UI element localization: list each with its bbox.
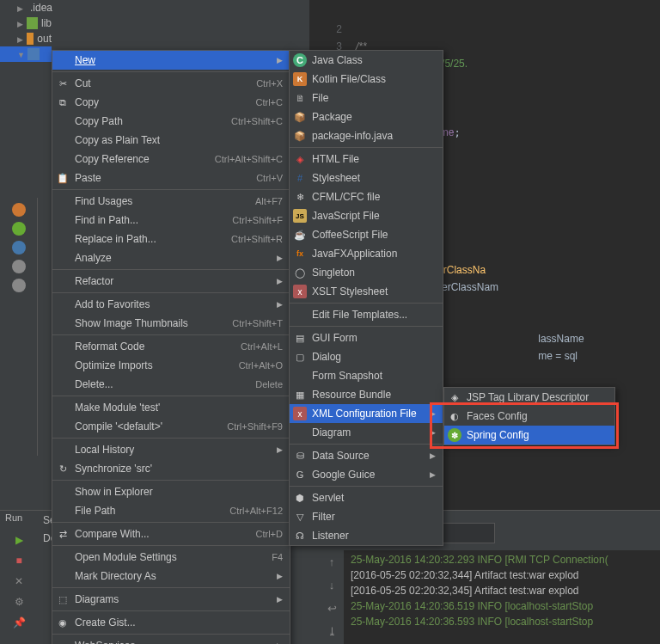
up-icon[interactable]: ↑ [329,555,335,568]
menu-add-favorites[interactable]: Add to Favorites▶ [52,295,290,314]
menu-mark-directory[interactable]: Mark Directory As▶ [52,567,290,586]
chevron-right-icon: ▶ [17,4,23,11]
close-icon[interactable]: ✕ [11,573,27,589]
gutter-icon[interactable] [12,241,26,255]
dialog-icon: ▢ [293,350,307,364]
menu-cut[interactable]: ✂CutCtrl+X [52,74,290,93]
pin-icon[interactable]: 📌 [11,615,27,630]
new-cfml[interactable]: ❄CFML/CFC file [290,187,443,206]
new-resource-bundle[interactable]: ▦Resource Bundle [290,385,443,404]
tree-item-idea[interactable]: ▶ .idea [0,0,52,15]
settings-icon[interactable]: ⚙ [11,594,27,610]
chevron-down-icon: ▼ [17,51,24,58]
menu-show-explorer[interactable]: Show in Explorer [52,482,290,501]
new-gui-form[interactable]: ▤GUI Form [290,328,443,347]
new-filter[interactable]: ▽Filter [290,507,443,526]
log-line: 25-May-2016 14:20:36.593 INFO [localhost… [344,614,660,629]
menu-paste[interactable]: 📋PasteCtrl+V [52,169,290,187]
menu-find-in-path[interactable]: Find in Path...Ctrl+Shift+F [52,211,290,230]
menu-compile[interactable]: Compile '<default>'Ctrl+Shift+F9 [52,417,290,436]
menu-thumbnails[interactable]: Show Image ThumbnailsCtrl+Shift+T [52,314,290,333]
css-icon: # [293,171,307,185]
tree-item-selected[interactable]: ▼ [0,46,52,62]
chevron-right-icon: ▶ [277,254,283,262]
wrap-icon[interactable]: ↩ [327,602,337,615]
new-javafx[interactable]: fxJavaFXApplication [290,244,443,263]
new-dialog[interactable]: ▢Dialog [290,347,443,366]
new-kotlin[interactable]: KKotlin File/Class [290,70,443,89]
copy-icon: ⧉ [56,95,70,109]
new-coffeescript[interactable]: ☕CoffeeScript File [290,225,443,244]
new-package-info[interactable]: 📦package-info.java [290,126,443,145]
tree-item-out[interactable]: ▶ out [0,31,52,46]
menu-make-module[interactable]: Make Module 'test' [52,398,290,417]
menu-synchronize[interactable]: ↻Synchronize 'src' [52,459,290,478]
run-icon[interactable] [12,222,26,236]
menu-optimize[interactable]: Optimize ImportsCtrl+Alt+O [52,356,290,375]
xml-jsp-tag[interactable]: ◈JSP Tag Library Descriptor [444,388,614,407]
menu-local-history[interactable]: Local History▶ [52,440,290,459]
chevron-right-icon: ▶ [277,277,283,285]
log-line: 25-May-2016 14:20:36.519 INFO [localhost… [344,598,660,614]
menu-diagrams[interactable]: ⬚Diagrams▶ [52,590,290,609]
new-singleton[interactable]: ◯Singleton [290,263,443,282]
cut-icon: ✂ [56,77,70,90]
new-package[interactable]: 📦Package [290,107,443,126]
new-javascript[interactable]: JSJavaScript File [290,206,443,225]
gutter-icon[interactable] [12,279,26,292]
menu-find-usages[interactable]: Find UsagesAlt+F7 [52,192,290,211]
tree-item-lib[interactable]: ▶ lib [0,15,52,31]
menu-create-gist[interactable]: ◉Create Gist... [52,613,290,632]
chevron-right-icon: ▶ [277,595,283,604]
menu-separator [52,522,290,523]
new-google-guice[interactable]: GGoogle Guice▶ [290,465,443,484]
xml-spring-config[interactable]: ✽Spring Config [444,426,614,445]
tree-label: out [37,33,52,45]
console-output[interactable]: 25-May-2016 14:20:32.293 INFO [RMI TCP C… [344,550,660,644]
menu-copy-plain[interactable]: Copy as Plain Text [52,131,290,150]
stop-icon[interactable]: ■ [11,553,27,568]
menu-file-path[interactable]: File PathCtrl+Alt+F12 [52,501,290,520]
new-data-source[interactable]: ⛁Data Source▶ [290,446,443,465]
filter-icon: ▽ [293,510,307,524]
new-html[interactable]: ◈HTML File [290,150,443,169]
spring-icon: ✽ [448,428,461,442]
new-java-class[interactable]: CJava Class [290,51,443,70]
down-icon[interactable]: ↓ [329,579,335,592]
menu-webservices[interactable]: WebServices▶ [52,636,290,644]
rerun-icon[interactable]: ▶ [11,532,27,548]
chevron-right-icon: ▶ [430,428,436,437]
form-icon: ▤ [293,331,307,345]
menu-separator [52,269,290,270]
chevron-right-icon: ▶ [277,572,283,580]
new-file[interactable]: 🗎File [290,89,443,107]
menu-copy-path[interactable]: Copy PathCtrl+Shift+C [52,112,290,131]
new-form-snapshot[interactable]: Form Snapshot [290,366,443,385]
menu-delete[interactable]: Delete...Delete [52,375,290,394]
menu-refactor[interactable]: Refactor▶ [52,272,290,291]
menu-copy-reference[interactable]: Copy ReferenceCtrl+Alt+Shift+C [52,150,290,169]
override-icon[interactable] [12,203,26,217]
diagram-icon: ⬚ [56,592,70,606]
menu-reformat[interactable]: Reformat CodeCtrl+Alt+L [52,337,290,356]
new-servlet[interactable]: ⬢Servlet [290,488,443,507]
new-stylesheet[interactable]: #Stylesheet [290,169,443,187]
new-edit-templates[interactable]: Edit File Templates... [290,305,443,324]
menu-copy[interactable]: ⧉CopyCtrl+C [52,93,290,112]
new-xml-config[interactable]: xXML Configuration File▶ [290,404,443,423]
new-diagram[interactable]: Diagram▶ [290,423,443,442]
new-listener[interactable]: ☊Listener [290,526,443,545]
chevron-right-icon: ▶ [430,470,436,479]
scroll-icon[interactable]: ⤓ [327,625,337,638]
new-xslt[interactable]: xXSLT Stylesheet [290,282,443,301]
menu-module-settings[interactable]: Open Module SettingsF4 [52,548,290,567]
html-icon: ◈ [293,152,307,166]
menu-compare-with[interactable]: ⇄Compare With...Ctrl+D [52,524,290,543]
menu-replace-in-path[interactable]: Replace in Path...Ctrl+Shift+R [52,230,290,248]
gutter-icon[interactable] [12,260,26,273]
console-toolbar: ↑ ↓ ↩ ⤓ 🖶 [323,550,340,644]
menu-new[interactable]: New ▶ [52,51,290,70]
menu-analyze[interactable]: Analyze▶ [52,248,290,267]
guice-icon: G [293,468,307,481]
xml-faces-config[interactable]: ◐Faces Config [444,407,614,426]
